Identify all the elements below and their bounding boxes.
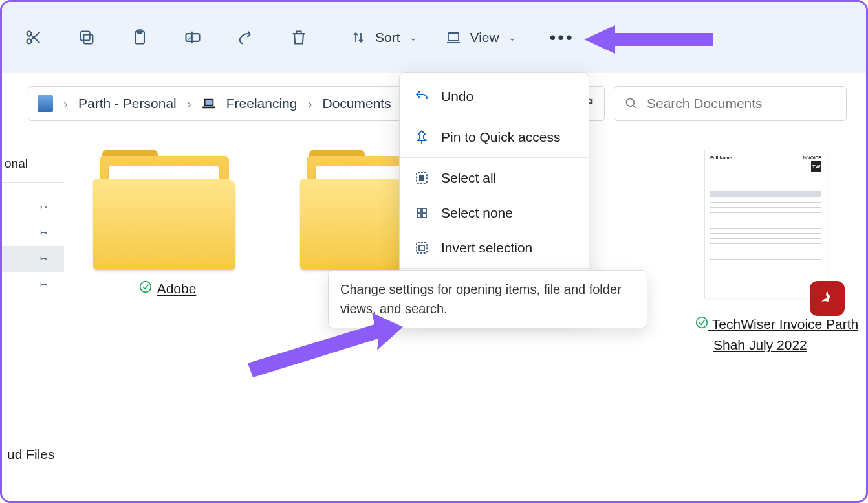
svg-rect-4 xyxy=(83,34,92,43)
svg-rect-25 xyxy=(417,214,421,218)
svg-rect-14 xyxy=(205,100,212,105)
pdf-thumbnail: Full NameINVOICE TW xyxy=(704,150,827,298)
menu-label: Select all xyxy=(441,170,496,186)
cut-button[interactable] xyxy=(7,15,60,60)
menu-item-select-all[interactable]: Select all xyxy=(400,161,589,196)
pin-icon xyxy=(414,129,429,145)
scissors-icon xyxy=(25,28,43,47)
svg-marker-30 xyxy=(584,25,713,54)
rename-icon: A xyxy=(184,28,202,47)
sort-label: Sort xyxy=(375,30,400,45)
separator xyxy=(400,117,589,117)
svg-rect-28 xyxy=(419,245,424,251)
sidebar-item[interactable]: onal xyxy=(2,151,64,177)
svg-text:A: A xyxy=(188,35,193,41)
chevron-right-icon: › xyxy=(63,96,68,111)
file-item[interactable]: Full NameINVOICE TW TechWiser Invoice Pa… xyxy=(704,150,860,355)
breadcrumb-item[interactable]: Documents xyxy=(322,96,391,111)
search-box[interactable]: Search Documents xyxy=(614,86,847,121)
svg-rect-11 xyxy=(448,33,459,41)
folder-icon xyxy=(93,150,242,273)
undo-icon xyxy=(414,89,429,104)
svg-point-18 xyxy=(140,282,151,293)
share-icon xyxy=(237,28,255,47)
menu-item-undo[interactable]: Undo xyxy=(400,79,589,114)
svg-rect-23 xyxy=(417,208,421,212)
svg-point-16 xyxy=(627,99,635,107)
sidebar-label: onal xyxy=(5,157,28,171)
pin-icon xyxy=(37,278,49,293)
menu-label: Undo xyxy=(441,89,473,104)
folder-item[interactable]: Adobe xyxy=(83,150,252,296)
view-button[interactable]: View ⌄ xyxy=(431,15,530,60)
sidebar-item-pinned[interactable] xyxy=(2,246,64,272)
menu-item-select-none[interactable]: Select none xyxy=(400,196,589,230)
svg-rect-15 xyxy=(202,107,215,109)
menu-label: Invert selection xyxy=(441,240,532,256)
svg-rect-26 xyxy=(422,214,426,218)
svg-line-17 xyxy=(633,106,636,108)
chevron-down-icon: ⌄ xyxy=(409,32,417,43)
laptop-icon xyxy=(202,97,216,110)
sidebar-label: ud Files xyxy=(7,447,55,462)
sidebar-item[interactable]: ud Files xyxy=(7,447,55,462)
svg-rect-27 xyxy=(417,243,427,253)
menu-item-invert-selection[interactable]: Invert selection xyxy=(400,230,589,265)
sort-icon xyxy=(351,30,366,45)
svg-rect-24 xyxy=(422,208,426,212)
menu-label: Pin to Quick access xyxy=(441,129,560,145)
sidebar-item-pinned[interactable] xyxy=(2,220,64,246)
more-horizontal-icon: ••• xyxy=(549,27,574,48)
breadcrumb-item[interactable]: Parth - Personal xyxy=(78,96,177,111)
more-button[interactable]: ••• xyxy=(541,15,583,60)
sync-ok-icon xyxy=(139,280,152,296)
select-all-icon xyxy=(414,170,429,186)
separator xyxy=(400,157,589,158)
select-none-icon xyxy=(414,205,429,221)
pin-icon xyxy=(37,200,49,215)
menu-label: Select none xyxy=(441,205,513,221)
svg-marker-31 xyxy=(248,313,403,377)
chevron-right-icon: › xyxy=(307,96,312,111)
command-bar: A Sort ⌄ View ⌄ ••• xyxy=(2,2,866,73)
view-label: View xyxy=(470,30,499,45)
svg-rect-5 xyxy=(81,32,90,41)
breadcrumb-item[interactable]: Freelancing xyxy=(226,96,298,111)
rename-button[interactable]: A xyxy=(166,15,219,60)
delete-button[interactable] xyxy=(272,15,325,60)
separator xyxy=(536,20,536,55)
nav-pane: onal xyxy=(2,134,64,501)
chevron-down-icon: ⌄ xyxy=(508,32,516,43)
pin-icon xyxy=(37,252,49,267)
sidebar-item-pinned[interactable] xyxy=(2,272,64,298)
pc-icon xyxy=(38,95,53,112)
copy-button[interactable] xyxy=(60,15,113,60)
separator xyxy=(331,20,331,55)
pdf-icon xyxy=(810,281,845,316)
annotation-arrow xyxy=(248,313,403,377)
sidebar-item-pinned[interactable] xyxy=(2,194,64,220)
invert-selection-icon xyxy=(414,240,429,256)
chevron-right-icon: › xyxy=(187,96,191,111)
annotation-arrow xyxy=(584,19,713,60)
share-button[interactable] xyxy=(219,15,272,60)
pin-icon xyxy=(37,226,49,241)
clipboard-icon xyxy=(131,28,149,47)
file-name: Adobe xyxy=(157,281,197,296)
paste-button[interactable] xyxy=(113,15,166,60)
separator xyxy=(2,182,64,183)
sync-ok-icon xyxy=(695,317,712,331)
svg-point-20 xyxy=(697,317,708,328)
search-placeholder: Search Documents xyxy=(647,96,763,111)
trash-icon xyxy=(290,28,308,47)
file-name: Shah July 2022 xyxy=(713,337,807,352)
svg-rect-22 xyxy=(419,175,424,181)
search-icon xyxy=(625,97,638,110)
menu-item-pin[interactable]: Pin to Quick access xyxy=(400,120,589,155)
view-icon xyxy=(446,30,461,45)
separator xyxy=(400,268,589,269)
sort-button[interactable]: Sort ⌄ xyxy=(336,15,431,60)
copy-icon xyxy=(78,28,96,47)
file-name: TechWiser Invoice Parth xyxy=(712,317,858,331)
tooltip-text: Change settings for opening items, file … xyxy=(340,282,622,316)
